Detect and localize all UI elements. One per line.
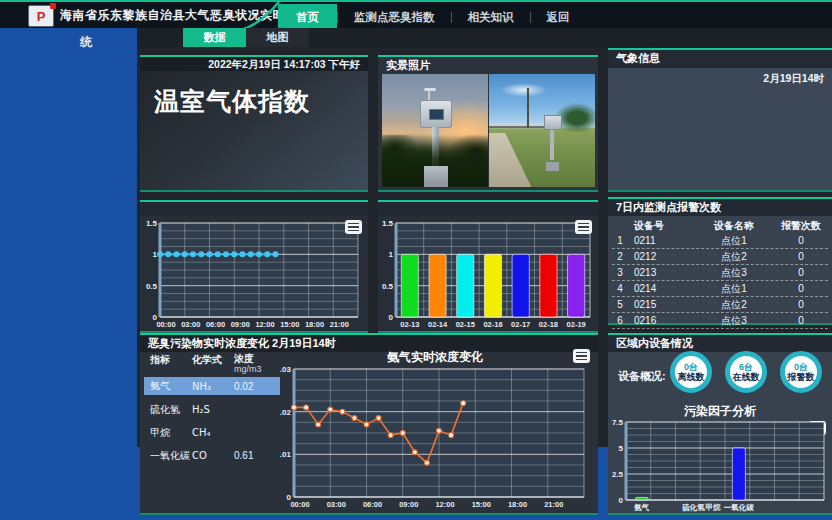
- bar-02-17: [512, 254, 529, 317]
- photo-station-base: [424, 166, 448, 187]
- data-point: [328, 407, 333, 412]
- nav-item-odor-index[interactable]: 监测点恶臭指数: [338, 4, 451, 30]
- pollutant-row-2[interactable]: 甲烷CH₄: [144, 424, 280, 441]
- data-point: [400, 431, 405, 436]
- svg-text:15:00: 15:00: [472, 500, 491, 509]
- alarm-cell-device-name: 点位1: [692, 282, 776, 296]
- svg-text:03:00: 03:00: [181, 320, 200, 329]
- photo-station-screen: [429, 109, 444, 120]
- photo-station-antenna: [428, 90, 430, 100]
- alarm-cell-device-id: 0214: [628, 283, 692, 294]
- pollutant-row-3[interactable]: 一氧化碳CO0.61: [144, 447, 280, 464]
- ghg-line-chart-svg: 00.511.500:0003:0006:0009:0012:0015:0018…: [142, 218, 366, 331]
- alarm-cell-index: 1: [612, 235, 628, 246]
- photo-lamp-post: [527, 88, 529, 129]
- alarm-cell-device-name: 点位3: [692, 266, 776, 280]
- pollutant-table-body: 氨气NH₃0.02硫化氢H₂S甲烷CH₄一氧化碳CO0.61: [144, 377, 280, 464]
- pollutant-cell-value: 0.02: [234, 381, 278, 392]
- device-overview-label: 设备概况:: [618, 369, 666, 384]
- svg-text:18:00: 18:00: [508, 500, 527, 509]
- nav-item-back[interactable]: 返回: [531, 4, 586, 30]
- alarm-cell-device-id: 0216: [628, 315, 692, 326]
- svg-text:02-16: 02-16: [483, 320, 502, 329]
- data-point: [340, 409, 345, 414]
- data-point: [352, 416, 357, 421]
- chart-menu-icon[interactable]: [575, 220, 592, 234]
- alarm-table-row: 30213点位30: [612, 265, 828, 281]
- svg-text:21:00: 21:00: [330, 320, 349, 329]
- tab-data[interactable]: 数据: [183, 28, 246, 47]
- data-point: [240, 252, 245, 257]
- stat-label: 离线数: [678, 372, 705, 382]
- svg-text:0.02: 0.02: [280, 408, 292, 417]
- title-overflow-text: 统: [80, 34, 92, 51]
- svg-text:03:00: 03:00: [327, 500, 346, 509]
- svg-text:0.01: 0.01: [280, 450, 292, 459]
- datetime-text: 2022年2月19日 14:17:03 下午好: [140, 57, 368, 71]
- svg-text:氨气: 氨气: [633, 503, 650, 512]
- weather-timestamp: 2月19日14时: [763, 72, 824, 86]
- alarm-table-body: 10211点位1020212点位2030213点位3040214点位105021…: [612, 233, 828, 329]
- pollutant-cell-formula: NH₃: [192, 381, 234, 392]
- svg-text:09:00: 09:00: [399, 500, 418, 509]
- greeting-panel: 2022年2月19日 14:17:03 下午好 温室气体指数: [140, 55, 368, 192]
- alarm-cell-device-id: 0212: [628, 251, 692, 262]
- photos-panel: 实景照片: [378, 55, 598, 192]
- logo-icon[interactable]: P: [28, 5, 54, 27]
- svg-text:02-18: 02-18: [539, 320, 558, 329]
- nh3-line-chart: 00.010.020.0300:0003:0006:0009:0012:0015…: [280, 364, 594, 512]
- alarm-cell-device-id: 0213: [628, 267, 692, 278]
- pollutant-cell-formula: CO: [192, 450, 234, 461]
- weather-panel: 气象信息 2月19日14时: [608, 48, 832, 192]
- photo-fence: [489, 126, 547, 128]
- alarm-cell-count: 0: [776, 315, 826, 326]
- photo-station-cap: [424, 88, 436, 91]
- pollutant-row-0[interactable]: 氨气NH₃0.02: [144, 377, 280, 395]
- data-point: [174, 252, 179, 257]
- tab-map[interactable]: 地图: [246, 28, 309, 47]
- nav-menu: 首页监测点恶臭指数相关知识返回: [278, 4, 586, 30]
- alarm-cell-index: 3: [612, 267, 628, 278]
- factor-bar-chart: 02.557.5氨气硫化氢甲烷一氧化碳: [610, 417, 830, 513]
- nav-item-home[interactable]: 首页: [278, 4, 337, 30]
- alarm-cell-index: 2: [612, 251, 628, 262]
- svg-text:06:00: 06:00: [363, 500, 382, 509]
- daily-index-chart-panel: 00.511.502-1302-1402-1502-1602-1702-1802…: [378, 200, 598, 333]
- svg-text:02-13: 02-13: [400, 320, 419, 329]
- data-point: [461, 401, 466, 406]
- alarm-table-row: 40214点位10: [612, 281, 828, 297]
- svg-text:5: 5: [619, 444, 624, 453]
- nh3-line-chart-svg: 00.010.020.0300:0003:0006:0009:0012:0015…: [280, 364, 594, 512]
- data-point: [265, 252, 270, 257]
- sidebar: 统: [0, 28, 137, 520]
- navbar: P 海南省乐东黎族自治县大气恶臭状况实时发布系 首页监测点恶臭指数相关知识返回: [0, 0, 832, 28]
- greeting-title: 温室气体指数: [154, 85, 310, 118]
- svg-text:硫化氢: 硫化氢: [682, 503, 705, 512]
- svg-text:1.5: 1.5: [382, 219, 394, 228]
- chart-menu-icon[interactable]: [345, 220, 362, 234]
- data-point: [376, 416, 381, 421]
- stat-circle-alarm: 0台报警数: [780, 351, 822, 393]
- pollutant-cell-indicator: 氨气: [144, 379, 192, 393]
- chart-menu-icon[interactable]: [573, 349, 590, 363]
- device-panel-title: 区域内设备情况: [608, 335, 832, 352]
- pollutant-row-1[interactable]: 硫化氢H₂S: [144, 401, 280, 418]
- alarm-cell-index: 6: [612, 315, 628, 326]
- ghg-index-chart-panel: 00.511.500:0003:0006:0009:0012:0015:0018…: [140, 200, 368, 333]
- ghg-line-chart: 00.511.500:0003:0006:0009:0012:0015:0018…: [142, 218, 366, 331]
- svg-text:21:00: 21:00: [544, 500, 563, 509]
- photo-path: [489, 133, 531, 187]
- alarm-table-row: 20212点位20: [612, 249, 828, 265]
- alarm-cell-count: 0: [776, 299, 826, 310]
- bar-02-13: [401, 254, 418, 317]
- pollutant-cell-indicator: 硫化氢: [144, 403, 192, 417]
- stat-count: 0台: [684, 362, 698, 372]
- alarm-panel-title: 7日内监测点报警次数: [608, 199, 832, 216]
- alarm-col-device-id: 设备号: [628, 219, 692, 233]
- pollutant-cell-formula: H₂S: [192, 404, 234, 415]
- nav-item-knowledge[interactable]: 相关知识: [452, 4, 530, 30]
- svg-text:0.03: 0.03: [280, 365, 292, 374]
- stat-count: 6台: [739, 362, 753, 372]
- alarm-cell-count: 0: [776, 283, 826, 294]
- pollutant-cell-indicator: 一氧化碳: [144, 449, 192, 463]
